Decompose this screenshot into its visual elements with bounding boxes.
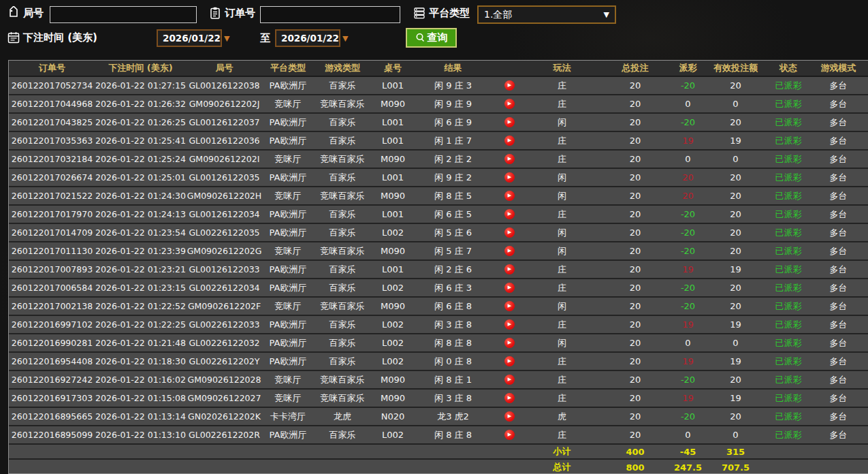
- cell-result: 闲 8 庄 8: [414, 429, 492, 441]
- play-icon[interactable]: ▶: [504, 80, 515, 91]
- play-icon[interactable]: ▶: [504, 154, 515, 164]
- play-icon[interactable]: ▶: [504, 99, 515, 109]
- cell-game-type: 百家乐: [313, 208, 372, 221]
- cell-bet-type: 庄: [526, 98, 598, 110]
- cell-bet-type: 闲: [526, 227, 598, 239]
- table-row: 260122016954408 2026-01-22 01:18:30 GL00…: [9, 353, 868, 371]
- cell-table-number: L001: [372, 264, 414, 274]
- cell-game-type: 百家乐: [313, 227, 372, 239]
- cell-game-mode: 多台: [809, 264, 868, 276]
- play-icon[interactable]: ▶: [504, 356, 515, 366]
- cell-order-number: 260122017006584: [9, 283, 95, 293]
- round-input[interactable]: [50, 6, 197, 23]
- cell-order-number: 260122016895665: [9, 411, 95, 422]
- play-icon[interactable]: ▶: [504, 191, 515, 201]
- play-icon[interactable]: ▶: [504, 393, 515, 403]
- round-label: 局号: [23, 7, 44, 20]
- cell-bet-type: 闲: [526, 245, 598, 257]
- order-label: 订单号: [225, 7, 255, 20]
- col-header-table: 桌号: [372, 62, 414, 74]
- date-to-select[interactable]: 2026/01/22 ▼: [275, 29, 340, 47]
- play-icon[interactable]: ▶: [504, 136, 515, 146]
- play-icon[interactable]: ▶: [504, 430, 515, 440]
- cell-game-type: 百家乐: [313, 116, 372, 129]
- cell-bet-time: 2026-01-22 01:21:48: [95, 338, 186, 348]
- cell-total-bet: 20: [598, 264, 673, 274]
- table-row: 260122017032184 2026-01-22 01:25:24 GM09…: [9, 151, 868, 169]
- cell-bet-type: 庄: [526, 153, 598, 165]
- play-icon[interactable]: ▶: [504, 209, 515, 219]
- play-icon[interactable]: ▶: [504, 411, 515, 422]
- cell-payout: 19: [673, 264, 703, 274]
- platform-select[interactable]: 1.全部 ▼: [477, 5, 616, 24]
- cell-platform-type: 竞咪厅: [263, 392, 313, 405]
- cell-game-mode: 多台: [809, 245, 868, 257]
- cell-status: 已派彩: [768, 264, 809, 276]
- play-icon[interactable]: ▶: [504, 117, 515, 127]
- cell-game-type: 百家乐: [313, 172, 372, 184]
- play-icon[interactable]: ▶: [504, 172, 515, 183]
- cell-order-number: 260122017021522: [9, 191, 95, 201]
- col-header-order: 订单号: [9, 62, 95, 74]
- order-input[interactable]: [260, 6, 400, 23]
- cell-game-type: 百家乐: [313, 429, 372, 441]
- cell-round-number: GL00226122033: [186, 319, 263, 330]
- chevron-down-icon: ▼: [342, 34, 348, 43]
- cell-payout: -20: [673, 209, 703, 219]
- cell-bet-time: 2026-01-22 01:15:08: [95, 393, 186, 403]
- cell-table-number: M090: [372, 375, 414, 385]
- subtotal-total: 400: [598, 447, 673, 457]
- calendar-icon: [7, 31, 20, 44]
- cell-game-type: 百家乐: [313, 319, 372, 331]
- table-row: 260122016997102 2026-01-22 01:22:25 GL00…: [9, 316, 868, 334]
- cell-order-number: 260122017032184: [9, 154, 95, 164]
- play-icon[interactable]: ▶: [504, 264, 515, 274]
- play-icon[interactable]: ▶: [504, 246, 515, 256]
- cell-bet-time: 2026-01-22 01:25:41: [95, 136, 186, 146]
- cell-result: 闲 1 庄 7: [414, 135, 492, 147]
- cell-game-mode: 多台: [809, 172, 868, 184]
- cell-order-number: 260122017002138: [9, 301, 95, 311]
- col-header-bet: 玩法: [526, 62, 598, 74]
- cell-payout: -20: [673, 301, 703, 311]
- play-icon[interactable]: ▶: [504, 338, 515, 348]
- cell-payout: 20: [673, 172, 703, 183]
- cell-order-number: 260122016895099: [9, 430, 95, 440]
- play-icon[interactable]: ▶: [504, 319, 515, 330]
- table-row: 260122016990281 2026-01-22 01:21:48 GL00…: [9, 334, 868, 353]
- server-icon: [413, 6, 426, 20]
- cell-status: 已派彩: [768, 135, 809, 147]
- play-icon[interactable]: ▶: [504, 375, 515, 385]
- play-icon[interactable]: ▶: [504, 301, 515, 311]
- cell-result: 闲 8 庄 8: [414, 337, 492, 349]
- play-icon[interactable]: ▶: [504, 283, 515, 293]
- cell-order-number: 260122017011130: [9, 246, 95, 256]
- cell-platform-type: PA欧洲厅: [263, 172, 313, 184]
- cell-table-number: L002: [372, 430, 414, 440]
- cell-valid-bet: 19: [703, 356, 768, 366]
- cell-bet-time: 2026-01-22 01:25:24: [95, 154, 186, 164]
- query-button[interactable]: 查询: [406, 28, 457, 48]
- cell-total-bet: 20: [598, 136, 673, 146]
- cell-table-number: L001: [372, 117, 414, 127]
- date-from-select[interactable]: 2026/01/22 ▼: [157, 29, 222, 47]
- cell-game-mode: 多台: [809, 282, 868, 294]
- play-icon[interactable]: ▶: [504, 227, 515, 238]
- cell-bet-type: 庄: [526, 135, 598, 147]
- cell-status: 已派彩: [768, 227, 809, 239]
- cell-order-number: 260122017043825: [9, 117, 95, 127]
- cell-status: 已派彩: [768, 116, 809, 129]
- chevron-down-icon: ▼: [604, 10, 609, 19]
- total-row: 总计 800 247.5 707.5: [9, 460, 868, 474]
- cell-bet-type: 庄: [526, 374, 598, 386]
- cell-bet-time: 2026-01-22 01:22:52: [95, 301, 186, 311]
- table-row: 260122016895099 2026-01-22 01:13:10 GL00…: [9, 426, 868, 445]
- cell-result: 闲 0 庄 8: [414, 356, 492, 368]
- cell-table-number: M090: [372, 393, 414, 403]
- cell-round-number: GL00126122037: [186, 117, 263, 127]
- cell-total-bet: 20: [598, 338, 673, 348]
- cell-total-bet: 20: [598, 301, 673, 311]
- cell-table-number: L002: [372, 338, 414, 348]
- cell-bet-type: 庄: [526, 356, 598, 368]
- cell-game-type: 竞咪百家乐: [313, 392, 372, 405]
